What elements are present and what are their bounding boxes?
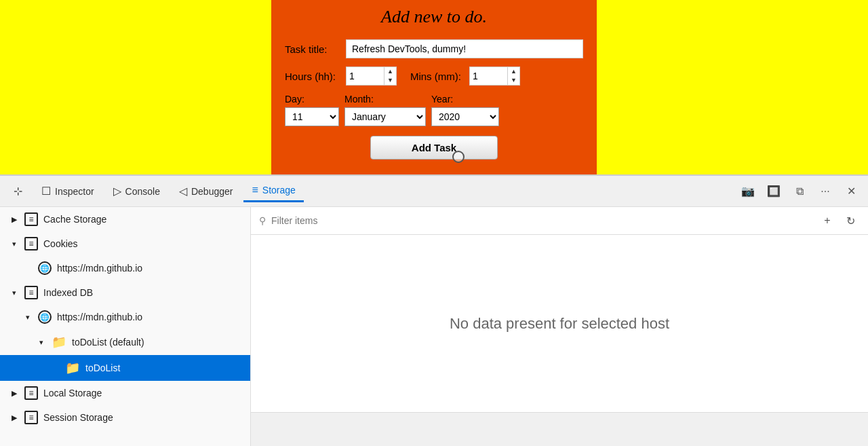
chevron-right-icon-2: ▶	[9, 389, 19, 398]
month-group: Month: January	[344, 94, 426, 126]
sidebar-item-indexed-db[interactable]: ▾ ≡ Indexed DB	[0, 280, 250, 305]
chevron-down-icon: ▾	[9, 240, 19, 248]
storage-icon: ≡	[252, 184, 258, 196]
local-storage-icon: ≡	[24, 386, 38, 400]
mins-input-wrap: ▲ ▼	[469, 67, 520, 86]
task-input[interactable]	[346, 39, 583, 58]
debugger-icon: ◁	[179, 185, 187, 198]
app-title: Add new to do.	[285, 7, 583, 27]
sidebar-item-indexed-db-mdn[interactable]: ▾ 🌐 https://mdn.github.io	[0, 305, 250, 329]
todolist-label: toDoList	[85, 363, 120, 373]
indexed-db-mdn-label: https://mdn.github.io	[57, 312, 142, 322]
folder-icon-2: 📁	[65, 360, 80, 375]
globe-icon-2: 🌐	[38, 310, 52, 324]
month-label: Month:	[344, 94, 426, 105]
year-label: Year:	[431, 94, 499, 105]
app-form: Add new to do. Task title: Hours (hh): ▲…	[271, 0, 597, 174]
devtools-main: ⚲ + ↻ No data present for selected host	[251, 207, 868, 446]
devtools-toolbar: ⊹ ☐ Inspector ▷ Console ◁ Debugger ≡ Sto…	[0, 174, 868, 207]
filter-bar: ⚲ + ↻	[251, 207, 868, 235]
sidebar-item-session-storage[interactable]: ▶ ≡ Session Storage	[0, 405, 250, 430]
empty-message: No data present for selected host	[251, 235, 868, 412]
hours-mins-row: Hours (hh): ▲ ▼ Mins (mm): ▲ ▼	[285, 67, 583, 86]
session-storage-icon: ≡	[24, 411, 38, 424]
pick-icon: ⊹	[14, 185, 22, 198]
chevron-right-icon-3: ▶	[9, 413, 19, 422]
add-button[interactable]: +	[818, 211, 837, 230]
month-select[interactable]: January	[344, 107, 426, 126]
filter-actions: + ↻	[818, 211, 860, 230]
session-storage-label: Session Storage	[43, 412, 113, 423]
indexed-db-icon: ≡	[24, 286, 38, 299]
devtools-content: ▶ ≡ Cache Storage ▾ ≡ Cookies 🌐 https://…	[0, 207, 868, 446]
mins-spin: ▲ ▼	[507, 67, 519, 85]
task-label: Task title:	[285, 43, 346, 55]
more-button[interactable]: ···	[814, 180, 837, 203]
app-area: Add new to do. Task title: Hours (hh): ▲…	[0, 0, 868, 174]
date-row: Day: 11 Month: January Year: 2020	[285, 94, 583, 126]
cookies-icon: ≡	[24, 237, 38, 250]
tab-inspector[interactable]: ☐ Inspector	[33, 181, 102, 202]
close-button[interactable]: ✕	[840, 180, 863, 203]
inspector-label: Inspector	[55, 186, 94, 197]
cookies-label: Cookies	[43, 238, 78, 249]
year-select[interactable]: 2020	[431, 107, 499, 126]
mins-down[interactable]: ▼	[508, 76, 519, 85]
chevron-down-icon-2: ▾	[9, 289, 19, 297]
sidebar-item-local-storage[interactable]: ▶ ≡ Local Storage	[0, 381, 250, 405]
sidebar-item-cache-storage[interactable]: ▶ ≡ Cache Storage	[0, 207, 250, 231]
year-group: Year: 2020	[431, 94, 499, 126]
hours-input-wrap: ▲ ▼	[346, 67, 397, 86]
tab-console[interactable]: ▷ Console	[105, 181, 168, 202]
hours-label: Hours (hh):	[285, 71, 346, 82]
hours-down[interactable]: ▼	[384, 76, 396, 85]
sidebar-item-todolist-default[interactable]: ▾ 📁 toDoList (default)	[0, 329, 250, 355]
popout-button[interactable]: ⧉	[788, 180, 811, 203]
debugger-label: Debugger	[191, 186, 233, 197]
todolist-default-label: toDoList (default)	[72, 337, 144, 348]
console-icon: ▷	[113, 185, 121, 198]
cache-storage-icon: ≡	[24, 212, 38, 226]
refresh-button[interactable]: ↻	[841, 211, 860, 230]
tab-pick[interactable]: ⊹	[5, 181, 31, 202]
mins-input[interactable]	[470, 67, 507, 85]
sidebar-item-cookies-mdn[interactable]: 🌐 https://mdn.github.io	[0, 256, 250, 280]
tab-debugger[interactable]: ◁ Debugger	[171, 181, 241, 202]
day-group: Day: 11	[285, 94, 339, 126]
cookies-mdn-label: https://mdn.github.io	[57, 263, 142, 274]
hours-input[interactable]	[347, 67, 384, 85]
globe-icon: 🌐	[38, 261, 52, 275]
tab-storage[interactable]: ≡ Storage	[243, 180, 303, 202]
add-task-button[interactable]: Add Task	[370, 136, 498, 160]
folder-icon: 📁	[52, 335, 66, 350]
inspector-icon: ☐	[41, 185, 51, 198]
hours-spin: ▲ ▼	[384, 67, 396, 85]
mins-label: Mins (mm):	[410, 71, 461, 82]
chevron-down-icon-3: ▾	[23, 313, 33, 322]
mins-up[interactable]: ▲	[508, 67, 519, 76]
screenshot-button[interactable]: 📷	[736, 180, 760, 203]
chevron-right-icon: ▶	[9, 215, 19, 224]
day-label: Day:	[285, 94, 339, 105]
hours-up[interactable]: ▲	[384, 67, 396, 76]
cache-storage-label: Cache Storage	[43, 214, 106, 225]
chevron-down-icon-4: ▾	[37, 338, 46, 347]
task-title-row: Task title:	[285, 39, 583, 58]
cursor-indicator	[452, 151, 465, 163]
add-btn-wrap: Add Task	[285, 136, 583, 160]
console-label: Console	[125, 186, 160, 197]
main-bottom-bar	[251, 412, 868, 446]
filter-input[interactable]	[271, 215, 812, 226]
filter-icon: ⚲	[259, 215, 266, 226]
sidebar-item-todolist[interactable]: 📁 toDoList	[0, 355, 250, 381]
storage-label: Storage	[262, 185, 296, 196]
responsive-button[interactable]: 🔲	[762, 180, 785, 203]
local-storage-label: Local Storage	[43, 388, 102, 398]
indexed-db-label: Indexed DB	[43, 287, 93, 298]
devtools-sidebar: ▶ ≡ Cache Storage ▾ ≡ Cookies 🌐 https://…	[0, 207, 251, 446]
day-select[interactable]: 11	[285, 107, 339, 126]
sidebar-item-cookies[interactable]: ▾ ≡ Cookies	[0, 231, 250, 256]
